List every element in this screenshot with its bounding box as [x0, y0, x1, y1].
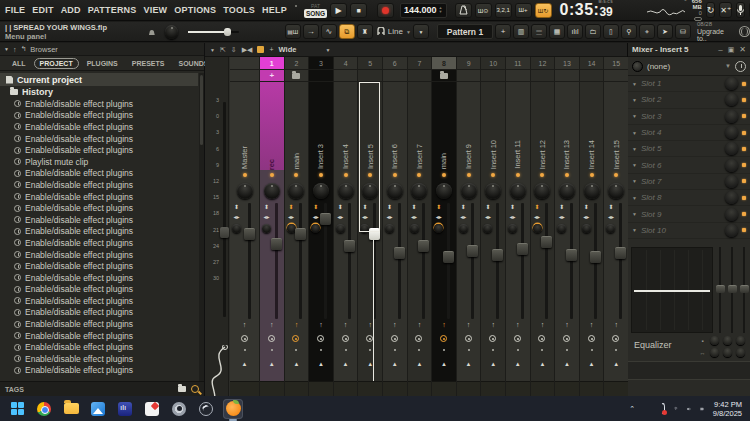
plugin-picker-toggle[interactable]: ▯ [603, 24, 619, 39]
history-item-16[interactable]: Enable/disable effect plugins [0, 272, 198, 284]
color-swatch-icon[interactable] [257, 46, 264, 53]
close-all-windows-button[interactable]: ✕⁺ [719, 2, 732, 18]
stereo-width-icon[interactable]: ◂▸ [435, 214, 442, 221]
stereo-sep-knob[interactable] [434, 224, 443, 233]
menu-item-tools[interactable]: TOOLS [223, 5, 255, 15]
slot-mix-knob[interactable] [725, 224, 738, 237]
history-item-21[interactable]: Enable/disable effect plugins [0, 330, 198, 342]
history-item-1[interactable]: Enable/disable effect plugins [0, 98, 198, 110]
chevron-down-icon[interactable]: ▼ [632, 211, 637, 217]
stereo-sep-knob[interactable] [262, 224, 271, 233]
history-item-20[interactable]: Enable/disable effect plugins [0, 318, 198, 330]
stereo-width-icon[interactable]: ◂▸ [460, 214, 467, 221]
strip-icon-cell[interactable]: + [260, 70, 284, 82]
record-button[interactable] [377, 3, 394, 18]
stereo-sep-knob[interactable] [232, 224, 241, 233]
slot-led[interactable] [742, 228, 746, 232]
send-arrow-icon[interactable]: ▲ [383, 361, 407, 367]
history-item-15[interactable]: Enable/disable effect plugins [0, 260, 198, 272]
eq-band-knob-2[interactable] [723, 348, 732, 357]
strip-icon-cell[interactable] [506, 70, 530, 82]
collapse-icon[interactable]: ▼ [4, 46, 9, 52]
send-arrow-icon[interactable]: ▲ [309, 361, 333, 367]
stereo-width-icon[interactable]: ◂▸ [411, 214, 418, 221]
bpm-steppers[interactable]: ▲▼ [439, 6, 443, 14]
effect-slot-6[interactable]: ▼Slot 6 [628, 157, 750, 173]
maximize-button[interactable]: ▣ [728, 46, 735, 54]
fader-track[interactable] [570, 203, 573, 319]
volume-fader[interactable] [590, 251, 601, 263]
history-item-11[interactable]: Enable/disable effect plugins [0, 214, 198, 226]
bpm-display[interactable]: 144.000 ▲▼ [400, 3, 447, 18]
stereo-width-icon[interactable]: ◂▸ [312, 214, 319, 221]
strip-number[interactable] [230, 57, 259, 70]
taskbar-app-flstudio[interactable] [223, 399, 243, 419]
fader-track[interactable] [248, 203, 251, 319]
pitch-handle[interactable] [224, 28, 231, 36]
fader-track[interactable] [619, 203, 622, 319]
fader-track[interactable] [348, 203, 351, 319]
chevron-down-icon[interactable]: ▼ [632, 113, 637, 119]
record-arm-icon[interactable] [268, 335, 275, 342]
strip-icon-cell[interactable] [457, 70, 481, 82]
menu-item-patterns[interactable]: PATTERNS [88, 5, 137, 15]
track-output-icon[interactable]: ↑ [531, 321, 555, 328]
strip-number[interactable]: 15 [604, 57, 628, 70]
snap-selector[interactable]: Line ▼ [377, 27, 411, 36]
mixer-menu-icon[interactable]: ▼ [210, 47, 215, 53]
history-item-17[interactable]: Enable/disable effect plugins [0, 284, 198, 296]
stereo-sep-icon[interactable]: ⬍ [509, 204, 516, 211]
stereo-sep-icon[interactable]: ⬍ [233, 204, 240, 211]
minimize-button[interactable]: – [718, 45, 722, 54]
stereo-sep-knob[interactable] [385, 224, 394, 233]
pattern-selector[interactable]: Pattern 1 [437, 24, 493, 39]
taskbar-app-obs[interactable] [196, 399, 216, 419]
strip-led[interactable] [270, 173, 274, 177]
volume-fader[interactable] [541, 236, 552, 248]
current-fader-handle[interactable] [220, 227, 229, 238]
stereo-width-icon[interactable]: ◂▸ [607, 214, 614, 221]
eq-low-handle[interactable] [716, 285, 725, 293]
history-item-14[interactable]: Enable/disable effect plugins [0, 249, 198, 261]
record-arm-icon[interactable] [317, 335, 324, 342]
strip-number[interactable]: 1 [260, 57, 284, 70]
slot-led[interactable] [742, 114, 746, 118]
history-item-10[interactable]: Enable/disable effect plugins [0, 202, 198, 214]
eq-band-knob-1[interactable] [710, 348, 719, 357]
globe-icon[interactable] [739, 26, 750, 37]
strip-number[interactable]: 10 [481, 57, 505, 70]
stereo-sep-icon[interactable]: ⬍ [460, 204, 467, 211]
mixer-strip-14[interactable]: 14Insert 14⬍◂▸↑▲ [580, 57, 605, 396]
eq-mid-handle[interactable] [728, 285, 737, 293]
send-arrow-icon[interactable]: ▲ [358, 361, 382, 367]
stereo-sep-icon[interactable]: ⬍ [337, 204, 344, 211]
send-arrow-icon[interactable]: ▲ [580, 361, 604, 367]
stereo-sep-icon[interactable]: ⬍ [558, 204, 565, 211]
pan-knob[interactable] [411, 183, 427, 199]
strip-led[interactable] [467, 173, 471, 177]
stereo-width-icon[interactable]: ◂▸ [386, 214, 393, 221]
browser-scrollbar[interactable] [199, 73, 204, 381]
send-arrow-icon[interactable]: ▲ [531, 361, 555, 367]
pan-knob[interactable] [510, 183, 526, 199]
channel-rack-toggle[interactable]: ▦ [549, 24, 565, 39]
mixer-strip-10[interactable]: 10Insert 10⬍◂▸↑▲ [481, 57, 506, 396]
strip-icon-cell[interactable] [334, 70, 358, 82]
track-output-icon[interactable]: ↑ [506, 321, 530, 328]
strip-number[interactable]: 8 [432, 57, 456, 70]
stereo-sep-icon[interactable]: ⬍ [607, 204, 614, 211]
slot-mix-knob[interactable] [725, 191, 738, 204]
add-icon[interactable]: + [269, 46, 273, 53]
mixer-strip-7[interactable]: 7Insert 7⬍◂▸↑▲ [408, 57, 433, 396]
back-icon[interactable]: ↰ [20, 45, 26, 53]
stereo-width-icon[interactable]: ◂▸ [233, 214, 240, 221]
fader-track[interactable] [521, 203, 524, 319]
track-output-icon[interactable]: ↑ [309, 321, 333, 328]
send-arrow-icon[interactable]: ▲ [408, 361, 432, 367]
mixer-strip-8[interactable]: 8main⬍◂▸↑▲ [432, 57, 457, 396]
cpu-panel[interactable]: 656 MB 0 [692, 0, 702, 22]
slide-tool-button[interactable]: ∿ [321, 24, 337, 39]
browser-item-history[interactable]: History [0, 86, 198, 98]
stereo-sep-knob[interactable] [508, 224, 517, 233]
track-output-icon[interactable]: ↑ [334, 321, 358, 328]
